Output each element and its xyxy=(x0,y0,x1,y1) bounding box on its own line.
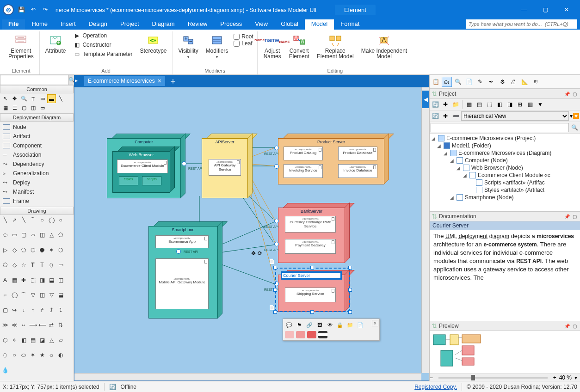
component-payment[interactable]: «component»Payment Gateway xyxy=(285,239,336,254)
tb-b4[interactable]: ◧ xyxy=(495,100,504,109)
panel-btn-tree[interactable]: 🗂 xyxy=(442,77,452,87)
grip-icon[interactable]: ⇅ xyxy=(432,213,437,220)
pointer-tool[interactable]: ↖ xyxy=(1,94,10,103)
resize-handle[interactable] xyxy=(273,266,277,270)
toolbox-search-input[interactable] xyxy=(0,75,68,85)
close-button[interactable]: ✕ xyxy=(556,3,577,17)
diagram-canvas[interactable]: Computer Web Browser «component» Ecommer… xyxy=(74,87,429,381)
tab-home[interactable]: Home xyxy=(25,19,54,30)
filter-icon[interactable]: ▾🔽 xyxy=(570,111,579,121)
collapse-icon[interactable]: ▸ xyxy=(75,77,82,85)
visibility-button[interactable]: +−Visibility▾ xyxy=(177,31,200,62)
component-product-db[interactable]: «component»Product Database xyxy=(338,147,377,160)
toolbox-search[interactable]: 🔍 xyxy=(0,75,74,85)
root-checkbox[interactable]: Root xyxy=(234,33,253,40)
resize-handle[interactable] xyxy=(310,310,314,314)
project-tree[interactable]: ◢E-commerce Microservices (Project) ◢Mod… xyxy=(430,134,580,211)
resize-handle[interactable] xyxy=(348,310,352,314)
sync-icon[interactable]: 🔄 xyxy=(109,384,116,390)
context-tab-element[interactable]: Element xyxy=(335,5,376,15)
shape-association[interactable]: ─Association xyxy=(1,150,73,159)
collapse-right-icon[interactable]: ◀ xyxy=(422,91,429,108)
close-panel-icon[interactable]: ▢ xyxy=(571,213,578,220)
convert-element-button[interactable]: AAConvert Element xyxy=(287,31,311,61)
line-tool[interactable]: ╲ xyxy=(56,94,65,103)
port[interactable] xyxy=(182,161,186,166)
tab-diagram[interactable]: Diagram xyxy=(146,19,181,30)
zoom-tool[interactable]: 🔍 xyxy=(19,94,28,103)
component-currency[interactable]: «component»Currency Exchange Rate Servic… xyxy=(285,216,336,233)
pane-tool[interactable]: ◫ xyxy=(29,104,37,112)
tab-project[interactable]: Project xyxy=(114,19,145,30)
component-invoice-db[interactable]: «component»Invoice Database xyxy=(338,164,377,178)
tb-add2[interactable]: ✚ xyxy=(441,111,450,121)
attribute-button[interactable]: + Attribute xyxy=(43,31,68,55)
component-ecm[interactable]: «component» Ecommerce Client Module xyxy=(117,159,168,173)
shape-dependency[interactable]: ⤳Dependency xyxy=(1,159,73,169)
color-swatch[interactable] xyxy=(296,331,305,338)
pin-icon[interactable]: 📌 xyxy=(563,323,571,329)
resize-handle[interactable] xyxy=(310,266,314,270)
modifiers-button[interactable]: Modifiers▾ xyxy=(204,31,230,62)
redo-icon[interactable]: ↷ xyxy=(41,5,50,14)
component-ecom-app[interactable]: «component»Ecommerce App xyxy=(155,235,209,248)
ctx-link-icon[interactable]: 🔗 xyxy=(305,321,314,329)
tell-me-input[interactable] xyxy=(466,19,577,29)
pin-icon[interactable]: 📌 xyxy=(563,91,571,97)
artifact-scripts[interactable]: Scripts xyxy=(142,176,161,185)
preview-minimap[interactable] xyxy=(430,331,580,374)
ctx-image-icon[interactable]: 🖼 xyxy=(315,321,324,329)
maximize-button[interactable]: ▢ xyxy=(535,3,556,17)
shape-deploy[interactable]: ⤳Deploy xyxy=(1,178,73,187)
close-toolbar-icon[interactable]: × xyxy=(372,320,378,326)
tab-view[interactable]: View xyxy=(248,19,274,30)
panel-btn-styles[interactable]: ✒ xyxy=(486,77,496,87)
tell-me-search[interactable] xyxy=(466,19,577,29)
stereotype-button[interactable]: «» Stereotype xyxy=(138,31,168,55)
rotate-icon[interactable]: ⟳ xyxy=(258,250,262,257)
tb-refresh[interactable]: 🔄 xyxy=(431,100,440,109)
zoom-slider[interactable] xyxy=(438,377,548,379)
highlight-tool[interactable]: ▬ xyxy=(47,94,56,103)
close-panel-icon[interactable]: ▢ xyxy=(571,323,578,329)
add-tab-button[interactable]: ＋ xyxy=(165,75,181,86)
note-tool[interactable]: ▭ xyxy=(38,94,47,103)
zoom-value[interactable]: 40 % xyxy=(559,374,572,381)
tb-b1[interactable]: ▦ xyxy=(464,100,474,109)
node-computer[interactable]: Computer Web Browser «component» Ecommer… xyxy=(107,134,185,198)
grip-icon[interactable]: ⇅ xyxy=(432,90,437,98)
diagram-tab[interactable]: E-commerce Microservices× xyxy=(84,76,165,86)
shape-generalization[interactable]: ▹Generalization xyxy=(1,169,73,178)
registered-link[interactable]: Registered Copy. xyxy=(414,384,457,390)
node-bank-server[interactable]: BankServer «component»Currency Exchange … xyxy=(278,203,350,263)
tb-b3[interactable]: ⬚ xyxy=(485,100,494,109)
template-param-button[interactable]: ▭Template Parameter xyxy=(71,50,134,58)
shape-node[interactable]: Node xyxy=(1,122,73,132)
resize-handle[interactable] xyxy=(348,288,352,292)
minimize-button[interactable]: — xyxy=(513,3,535,17)
component-invoicing[interactable]: «component»Invoicing Service xyxy=(284,164,323,178)
list-tool[interactable]: ☰ xyxy=(10,104,19,112)
component-mobile-gw[interactable]: «component»Mobile API Gateway Module xyxy=(155,258,209,309)
tb-folder[interactable]: 📁 xyxy=(451,100,460,109)
tb-new[interactable]: ✚ xyxy=(441,100,450,109)
panel-btn-doc[interactable]: 📄 xyxy=(464,77,474,87)
port[interactable] xyxy=(274,164,279,169)
save-icon[interactable]: 💾 xyxy=(17,5,26,14)
tb-refresh2[interactable]: 🔄 xyxy=(431,111,440,121)
tab-review[interactable]: Review xyxy=(181,19,214,30)
shape-line[interactable]: ╲ xyxy=(1,216,9,224)
search-icon[interactable]: 🔍 xyxy=(570,123,579,132)
adjust-names-button[interactable]: NamenameNAMEAdjust Names xyxy=(261,31,284,61)
ctx-eye-icon[interactable]: 👁 xyxy=(326,321,334,329)
resize-handle[interactable] xyxy=(273,288,277,292)
panel-btn-format[interactable]: 📐 xyxy=(519,77,530,87)
port[interactable] xyxy=(176,249,181,254)
container-tool[interactable]: ▦ xyxy=(1,104,10,112)
artifact-styles[interactable]: Styles xyxy=(119,176,138,185)
close-panel-icon[interactable]: ▢ xyxy=(571,91,578,97)
zoom-in-icon[interactable]: + xyxy=(553,374,556,381)
node-api-server[interactable]: APIServer «component» API Gateway Servic… xyxy=(202,134,253,198)
ctx-lock-icon[interactable]: 🔒 xyxy=(336,321,344,329)
ctx-folder-icon[interactable]: 📁 xyxy=(346,321,354,329)
